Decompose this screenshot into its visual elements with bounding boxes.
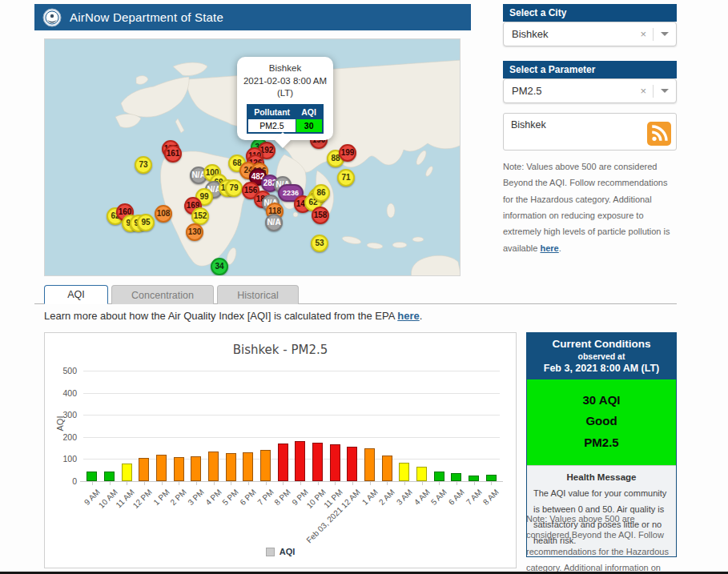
gridline [83, 393, 500, 394]
x-tick [370, 482, 371, 485]
popup-col-aqi: AQI [296, 105, 323, 119]
x-tick [474, 482, 475, 485]
map-marker[interactable]: 161 [164, 145, 182, 163]
map-marker[interactable]: 108 [155, 205, 172, 223]
x-tick [387, 482, 388, 485]
map-marker[interactable]: 79 [225, 179, 243, 197]
clear-city-icon[interactable]: × [633, 28, 653, 40]
cc-aqi-block: 30 AQI Good PM2.5 [527, 379, 676, 465]
rss-feed-box: Bishkek [503, 113, 677, 151]
map-marker[interactable]: 53 [311, 235, 328, 252]
aqi-bar[interactable] [86, 472, 97, 481]
x-tick-label: 1 PM [151, 488, 171, 507]
x-tick-label: 3 AM [395, 488, 414, 507]
parameter-select[interactable]: PM2.5 × [503, 78, 677, 103]
x-tick [196, 482, 197, 485]
x-tick [162, 482, 163, 485]
aqi-bar[interactable] [347, 447, 357, 481]
map-marker[interactable]: 86 [312, 184, 330, 202]
x-tick [248, 482, 249, 485]
x-tick [231, 482, 231, 485]
cc-note: Note: Values above 500 are considered Be… [526, 511, 678, 574]
x-tick-label: 2 AM [377, 488, 396, 507]
aqi-bar[interactable] [278, 444, 288, 481]
x-tick-label: 1 AM [360, 488, 379, 507]
learn-more-text: Learn more about how the Air Quality Ind… [44, 310, 422, 322]
map-marker[interactable]: 199 [339, 144, 356, 162]
map-popup: Bishkek 2021-02-03 8:00 AM (LT) Pollutan… [237, 57, 333, 140]
tab-concentration[interactable]: Concentration [111, 285, 214, 304]
rss-icon[interactable] [647, 122, 671, 146]
select-divider [653, 85, 654, 98]
map-marker[interactable]: N/A [265, 214, 283, 231]
tab-aqi[interactable]: AQI [44, 285, 108, 304]
clear-parameter-icon[interactable]: × [633, 85, 653, 97]
airnow-page: AirNow Department of State [0, 0, 728, 574]
city-select[interactable]: Bishkek × [503, 22, 677, 46]
map-marker[interactable]: 71 [337, 169, 355, 187]
chevron-down-icon[interactable] [661, 89, 669, 93]
x-tick [439, 482, 440, 485]
map-marker[interactable]: 95 [137, 214, 155, 231]
legend-label: AQI [280, 547, 296, 556]
aqi-bar[interactable] [260, 450, 271, 481]
aqi-bar[interactable] [156, 455, 167, 481]
aqi-bar[interactable] [208, 452, 219, 481]
tab-bar: AQI Concentration Historical [44, 285, 299, 304]
aqi-bar[interactable] [364, 448, 375, 481]
popup-aqi-value: 30 [296, 118, 323, 133]
aqi-bar[interactable] [104, 472, 115, 481]
learn-more-before: Learn more about how the Air Quality Ind… [44, 310, 397, 322]
aqi-bar[interactable] [122, 464, 132, 481]
aqi-bar[interactable] [243, 452, 253, 481]
aqi-bar[interactable] [174, 457, 184, 481]
map-marker[interactable]: 152 [191, 207, 209, 225]
cc-subtitle: observed at [530, 351, 673, 361]
popup-datetime: 2021-02-03 8:00 AM [240, 75, 330, 88]
x-tick [318, 482, 319, 485]
app-header: AirNow Department of State [34, 4, 471, 30]
x-tick [283, 482, 284, 485]
map-marker[interactable]: 73 [135, 156, 152, 174]
aqi-bar[interactable] [226, 453, 236, 481]
x-tick-label: 7 PM [255, 488, 275, 507]
map-marker[interactable]: 158 [312, 207, 329, 224]
aqi-bar[interactable] [486, 475, 497, 481]
popup-table: Pollutant AQI PM2.5 30 [247, 104, 324, 134]
map-marker[interactable]: 34 [211, 258, 228, 275]
x-tick [127, 482, 127, 485]
select-divider [653, 28, 654, 41]
x-tick [422, 482, 423, 485]
sidebar-note-link[interactable]: here [540, 243, 558, 253]
cc-aqi-category: Good [530, 411, 673, 432]
aqi-bar[interactable] [330, 444, 340, 481]
x-tick-label: 10 PM [304, 488, 327, 510]
chevron-down-icon[interactable] [661, 32, 669, 36]
tab-historical[interactable]: Historical [217, 285, 299, 304]
learn-more-link[interactable]: here [397, 310, 419, 322]
aqi-bar[interactable] [469, 476, 479, 481]
aqi-bar[interactable] [451, 473, 461, 481]
aqi-bar[interactable] [399, 463, 409, 481]
x-tick [352, 482, 353, 485]
aqi-bar[interactable] [312, 443, 323, 481]
sidebar-note-after: . [559, 243, 561, 253]
aqi-bar[interactable] [139, 458, 149, 481]
aqi-bar[interactable] [191, 456, 201, 481]
world-map[interactable]: 18716173N/A1006869N/A1597999169152130621… [44, 38, 461, 276]
cc-health-title: Health Message [533, 472, 670, 482]
x-tick [457, 482, 457, 485]
y-tick-label: 500 [45, 366, 77, 375]
legend-swatch [266, 548, 275, 556]
x-tick-label: 8 AM [481, 488, 501, 507]
map-marker[interactable]: 130 [186, 223, 203, 241]
x-tick [110, 482, 111, 485]
aqi-bar[interactable] [382, 456, 392, 481]
select-parameter-header: Select a Parameter [503, 61, 677, 78]
aqi-bar[interactable] [434, 472, 444, 481]
y-tick-label: 200 [45, 432, 77, 442]
x-tick [300, 482, 301, 485]
x-tick-label: 4 PM [203, 488, 223, 507]
aqi-bar[interactable] [295, 441, 305, 481]
aqi-bar[interactable] [416, 467, 427, 481]
